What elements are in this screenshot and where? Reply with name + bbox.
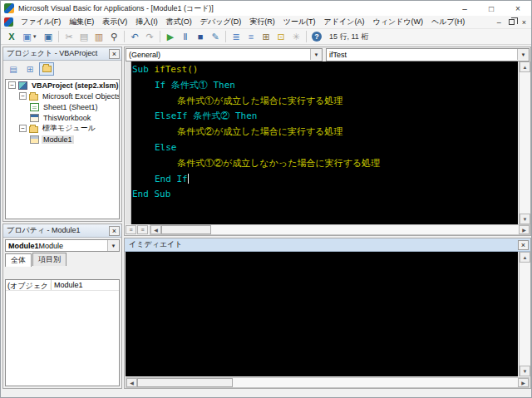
mdi-restore-button[interactable] (509, 19, 515, 25)
scrollbar-thumb[interactable] (137, 378, 233, 387)
code-line-3[interactable]: ElseIf 条件式② Then (132, 109, 518, 125)
code-text[interactable]: Sub ifTest()If 条件式① Then条件式①が成立した場合に実行する… (132, 62, 518, 203)
code-line-4[interactable]: 条件式②が成立した場合に実行する処理 (132, 125, 518, 140)
properties-close-icon[interactable]: × (109, 226, 120, 236)
toggle-folders-icon[interactable] (39, 62, 54, 76)
scroll-up-icon[interactable]: ▲ (520, 61, 530, 72)
insert-userform-icon-glyph: ▣ (22, 30, 31, 44)
tab-項目別[interactable]: 項目別 (32, 253, 66, 266)
tab-全体[interactable]: 全体 (5, 253, 32, 267)
code-segment-keyword: If 条件式① Then (155, 80, 235, 91)
tree-item-1[interactable]: −Microsoft Excel Objects (6, 91, 119, 101)
copy-icon[interactable]: ▤ (76, 30, 91, 44)
immediate-horizontal-scrollbar[interactable]: ◀ ▶ (126, 377, 530, 388)
mdi-minimize-button[interactable]: – (497, 18, 501, 27)
minimize-button[interactable]: – (451, 1, 478, 16)
scroll-right-icon[interactable]: ▶ (518, 378, 529, 387)
view-excel-icon-glyph: X (8, 30, 14, 44)
close-button[interactable]: × (505, 1, 531, 16)
scroll-up-icon[interactable]: ▲ (520, 252, 530, 263)
scroll-down-icon[interactable]: ▼ (520, 214, 530, 224)
menu-item-6[interactable]: 実行(R) (245, 15, 279, 29)
menu-item-4[interactable]: 書式(O) (162, 15, 196, 29)
tree-item-2[interactable]: Sheet1 (Sheet1) (6, 101, 119, 112)
find-icon[interactable]: ⚲ (106, 30, 121, 44)
code-segment-keyword: Else (155, 142, 177, 153)
code-line-0[interactable]: Sub ifTest() (132, 62, 518, 78)
view-excel-icon[interactable]: X (4, 30, 19, 44)
chevron-down-icon[interactable]: ▼ (517, 49, 529, 60)
project-explorer-icon[interactable]: ≣ (229, 30, 244, 44)
tree-expander-icon[interactable]: − (19, 125, 27, 132)
scrollbar-thumb[interactable] (161, 225, 211, 234)
help-icon[interactable]: ? (309, 30, 324, 44)
insert-userform-icon[interactable]: ▣▼ (19, 30, 41, 44)
code-line-7[interactable]: End If (132, 172, 518, 188)
view-object-icon[interactable]: ⊞ (22, 62, 37, 76)
code-line-8[interactable]: End Sub (132, 187, 518, 203)
tree-item-0[interactable]: −VBAProject (step2.xlsm) (6, 80, 119, 91)
properties-panel-header[interactable]: プロパティ - Module1 × (3, 224, 121, 238)
properties-window-icon-glyph: ≡ (249, 30, 254, 44)
cut-icon[interactable]: ✂ (62, 30, 76, 44)
tree-item-4[interactable]: −標準モジュール (6, 123, 119, 134)
redo-icon[interactable]: ↷ (142, 30, 157, 44)
project-panel-header[interactable]: プロジェクト - VBAProject × (3, 47, 121, 61)
mdi-close-button[interactable]: × (522, 18, 526, 27)
menu-item-9[interactable]: ウィンドウ(W) (368, 15, 427, 29)
menu-item-7[interactable]: ツール(T) (279, 15, 320, 29)
menu-item-1[interactable]: 編集(E) (65, 15, 98, 29)
code-vertical-scrollbar[interactable]: ▲ ▼ (519, 61, 530, 224)
code-editor[interactable]: Sub ifTest()If 条件式① Then条件式①が成立した場合に実行する… (126, 61, 518, 224)
save-icon[interactable]: ▣ (41, 30, 56, 44)
project-close-icon[interactable]: × (109, 49, 120, 59)
design-mode-icon[interactable]: ✎ (208, 30, 223, 44)
scroll-right-icon[interactable]: ▶ (519, 225, 530, 234)
code-line-2[interactable]: 条件式①が成立した場合に実行する処理 (132, 94, 518, 110)
code-line-5[interactable]: Else (132, 140, 518, 156)
immediate-input-area[interactable] (126, 252, 518, 376)
menu-item-3[interactable]: 挿入(I) (131, 15, 162, 29)
scroll-left-icon[interactable]: ◀ (150, 225, 161, 234)
maximize-button[interactable]: □ (478, 1, 505, 16)
undo-icon[interactable]: ↶ (127, 30, 142, 44)
tree-expander-icon[interactable]: − (19, 92, 27, 100)
paste-icon[interactable]: ▥ (91, 30, 106, 44)
app-icon (4, 3, 14, 13)
code-horizontal-scrollbar[interactable]: ◀ ▶ (150, 224, 530, 235)
menu-item-0[interactable]: ファイル(F) (17, 15, 65, 29)
run-icon[interactable]: ▶ (163, 30, 178, 44)
toolbox-icon[interactable]: ⊡ (273, 30, 288, 44)
scroll-down-icon[interactable]: ▼ (520, 366, 530, 376)
tree-item-5[interactable]: Module1 (6, 134, 119, 145)
full-module-view-button[interactable]: ≡ (137, 225, 148, 234)
chevron-down-icon[interactable]: ▼ (107, 240, 119, 251)
menu-item-2[interactable]: 表示(V) (98, 15, 131, 29)
menu-item-8[interactable]: アドイン(A) (320, 15, 369, 29)
properties-object-selector[interactable]: Module1 Module ▼ (5, 239, 120, 252)
menu-item-5[interactable]: デバッグ(D) (196, 15, 245, 29)
object-browser-icon[interactable]: ⊞ (259, 30, 273, 44)
view-code-icon[interactable]: ▤ (6, 62, 21, 76)
properties-window-icon[interactable]: ≡ (244, 30, 259, 44)
reset-icon[interactable]: ■ (193, 30, 208, 44)
immediate-vertical-scrollbar[interactable]: ▲ ▼ (519, 252, 530, 376)
immediate-panel-header[interactable]: イミディエイト × (125, 238, 530, 252)
immediate-close-icon[interactable]: × (518, 240, 529, 250)
tree-expander-icon[interactable]: − (8, 81, 16, 89)
chevron-down-icon[interactable]: ▼ (310, 49, 322, 60)
wizard-icon[interactable]: ✳ (288, 30, 303, 44)
code-line-1[interactable]: If 条件式① Then (132, 78, 518, 94)
property-value[interactable]: Module1 (52, 280, 119, 290)
code-line-6[interactable]: 条件式①②が成立しなかった場合に実行する処理 (132, 156, 518, 172)
procedure-dropdown[interactable]: ifTest ▼ (326, 48, 530, 61)
menu-item-10[interactable]: ヘルプ(H) (427, 15, 469, 29)
code-margin-indicator-bar[interactable] (126, 61, 131, 224)
tree-item-3[interactable]: ThisWorkbook (6, 112, 119, 123)
chevron-down-icon[interactable]: ▼ (32, 30, 37, 44)
object-dropdown[interactable]: (General) ▼ (126, 48, 323, 61)
procedure-view-button[interactable]: ≡ (126, 225, 136, 234)
property-row[interactable]: (オブジェクト名)Module1 (6, 280, 119, 291)
break-icon[interactable]: Ⅱ (178, 30, 193, 44)
scroll-left-icon[interactable]: ◀ (126, 378, 137, 387)
